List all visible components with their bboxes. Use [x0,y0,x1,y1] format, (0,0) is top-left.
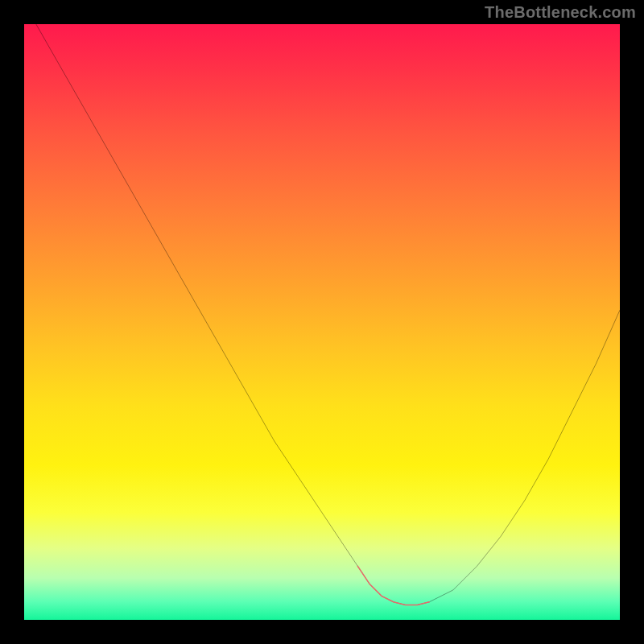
chart-frame: TheBottleneck.com [0,0,644,644]
plot-area [24,24,620,620]
watermark-text: TheBottleneck.com [485,3,636,22]
curve-svg [24,24,620,620]
optimal-range-highlight [357,566,429,605]
bottleneck-curve [36,24,620,605]
